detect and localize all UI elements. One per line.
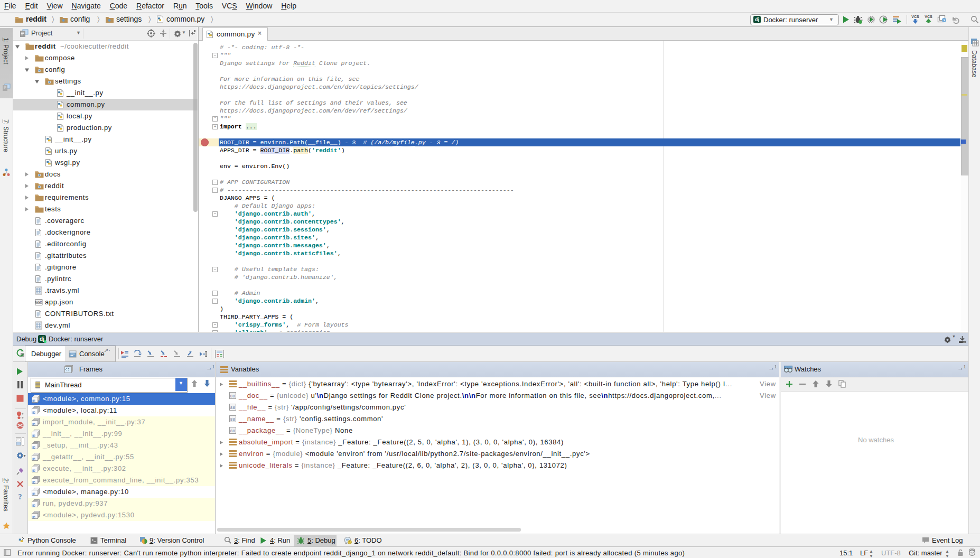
- svg-text:JSON: JSON: [35, 301, 42, 304]
- svg-text:VCS: VCS: [911, 15, 919, 18]
- svg-text:88: 88: [230, 405, 236, 410]
- svg-text:88: 88: [230, 417, 236, 422]
- svg-text:88: 88: [230, 394, 236, 398]
- svg-text:88: 88: [230, 429, 236, 433]
- svg-text:?: ?: [18, 493, 22, 501]
- svg-text:VCS: VCS: [925, 15, 932, 18]
